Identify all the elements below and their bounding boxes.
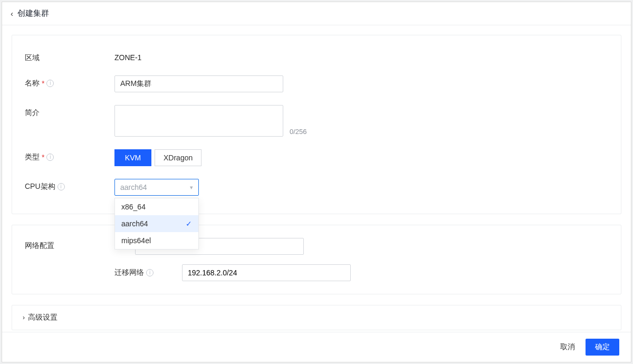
cpu-arch-option-aarch64[interactable]: aarch64 ✓ (115, 215, 198, 232)
type-label: 类型 (25, 152, 40, 162)
desc-textarea[interactable] (114, 105, 283, 137)
migrate-network-label: 迁移网络 (114, 268, 144, 277)
name-label: 名称 (25, 79, 40, 88)
basic-settings-card: 区域 ZONE-1 名称 * i 简介 (12, 35, 621, 214)
cancel-button[interactable]: 取消 (560, 342, 575, 352)
zone-label: 区域 (25, 50, 114, 63)
cpu-arch-select-placeholder: aarch64 (120, 183, 147, 191)
confirm-button[interactable]: 确定 (586, 339, 619, 356)
type-option-kvm[interactable]: KVM (114, 149, 151, 166)
page-header: ‹ 创建集群 (2, 2, 631, 25)
info-icon[interactable]: i (146, 269, 154, 276)
desc-label: 简介 (25, 105, 114, 118)
chevron-right-icon: › (23, 314, 25, 321)
cpu-arch-dropdown: x86_64 aarch64 ✓ mips64el (114, 198, 199, 250)
network-section-label: 网络配置 (25, 238, 114, 251)
back-icon[interactable]: ‹ (11, 9, 13, 18)
advanced-settings-expander[interactable]: › 高级设置 (12, 305, 621, 330)
info-icon[interactable]: i (46, 154, 54, 161)
cpu-arch-label: CPU架构 (25, 182, 55, 191)
type-option-xdragon[interactable]: XDragon (155, 149, 202, 166)
cpu-arch-option-x86_64[interactable]: x86_64 (115, 198, 198, 215)
info-icon[interactable]: i (46, 80, 54, 87)
page-title: 创建集群 (17, 8, 49, 18)
info-icon[interactable]: i (57, 183, 65, 190)
migrate-network-input[interactable] (182, 264, 351, 281)
advanced-settings-label: 高级设置 (28, 313, 57, 322)
check-icon: ✓ (186, 219, 192, 228)
cpu-arch-select[interactable]: aarch64 ▾ (114, 179, 199, 196)
chevron-down-icon: ▾ (190, 184, 193, 191)
footer-bar: 取消 确定 (2, 332, 631, 362)
network-settings-card: 网络配置 mgmt 迁移网络 i (12, 225, 621, 294)
zone-value: ZONE-1 (114, 50, 141, 62)
cpu-arch-option-mips64el[interactable]: mips64el (115, 232, 198, 249)
required-star-icon: * (42, 153, 44, 161)
required-star-icon: * (42, 79, 44, 88)
name-input[interactable] (114, 75, 283, 92)
desc-char-count: 0/256 (287, 128, 307, 137)
